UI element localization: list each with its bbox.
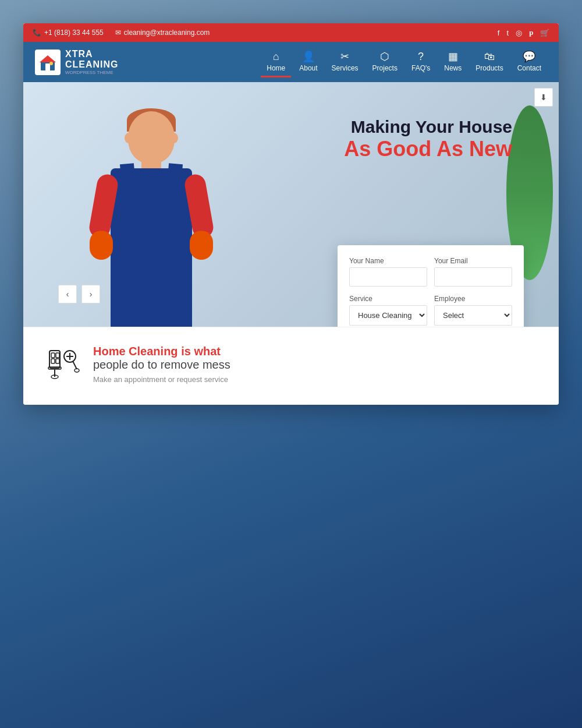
nav-news-label: News (444, 64, 462, 72)
nav-faqs-label: FAQ's (411, 64, 430, 72)
brand-name: XTRACLEANING (65, 49, 119, 70)
nav-contact[interactable]: 💬 Contact (512, 47, 547, 77)
about-icon: 👤 (302, 50, 315, 63)
info-heading-red: Home Cleaning is (93, 345, 191, 358)
email-label: Your Email (434, 257, 512, 265)
nav-services-label: Services (332, 64, 359, 72)
employee-group: Employee Select John (434, 295, 512, 326)
top-bar: 📞 +1 (818) 33 44 555 ✉ cleaning@xtraclea… (23, 23, 559, 42)
info-heading: Home Cleaning is what (93, 345, 230, 358)
navbar: XTRACLEANING WORDPRESS THEME ⌂ Home 👤 Ab… (23, 42, 559, 82)
hero-text: Making Your House As Good As New (344, 117, 512, 161)
worker-figure (81, 100, 221, 327)
nav-about-label: About (299, 64, 317, 72)
nav-items: ⌂ Home 👤 About ✂ Services ⬡ Projects ? F… (261, 47, 547, 77)
nav-faqs[interactable]: ? FAQ's (406, 47, 436, 77)
pinterest-icon[interactable]: 𝐩 (529, 28, 533, 37)
brand-tagline: WORDPRESS THEME (65, 70, 119, 75)
name-group: Your Name (349, 257, 427, 287)
svg-rect-7 (51, 359, 55, 363)
news-icon: ▦ (448, 50, 458, 63)
name-input[interactable] (349, 267, 427, 287)
worker-ear-right (170, 133, 178, 143)
nav-products[interactable]: 🛍 Products (470, 47, 509, 77)
logo-icon (35, 50, 61, 75)
worker-glove-left (90, 231, 113, 260)
employee-label: Employee (434, 295, 512, 303)
service-label: Service (349, 295, 427, 303)
phone-contact: 📞 +1 (818) 33 44 555 (33, 29, 104, 37)
products-icon: 🛍 (484, 51, 495, 63)
slider-next[interactable]: › (81, 285, 100, 303)
info-heading-black: what (194, 345, 221, 358)
worker-ear-left (125, 133, 133, 143)
nav-products-label: Products (475, 64, 503, 72)
info-subheading: people do to remove mess (93, 358, 230, 372)
cart-icon[interactable]: 🛒 (540, 29, 549, 37)
nav-news[interactable]: ▦ News (438, 47, 467, 77)
nav-projects[interactable]: ⬡ Projects (367, 47, 403, 77)
slider-navigation: ‹ › (58, 285, 100, 303)
hero-line1: Making Your House (344, 117, 512, 137)
faqs-icon: ? (418, 51, 424, 63)
nav-contact-label: Contact (517, 64, 541, 72)
social-links: f t ◎ 𝐩 🛒 (498, 28, 549, 37)
form-row-service-employee: Service House Cleaning Office Cleaning E… (349, 295, 512, 326)
nav-services[interactable]: ✂ Services (326, 47, 364, 77)
email-group: Your Email (434, 257, 512, 287)
email-icon: ✉ (115, 29, 121, 37)
svg-rect-5 (51, 353, 55, 358)
info-description: Make an appointment or request service (93, 375, 230, 384)
slider-prev[interactable]: ‹ (58, 285, 77, 303)
facebook-icon[interactable]: f (498, 29, 500, 37)
email-address: cleaning@xtracleaning.com (124, 29, 210, 37)
logo[interactable]: XTRACLEANING WORDPRESS THEME (35, 49, 119, 75)
hero-section: Making Your House As Good As New ‹ › ⬇ Y… (23, 82, 559, 327)
email-input[interactable] (434, 267, 512, 287)
service-group: Service House Cleaning Office Cleaning (349, 295, 427, 326)
download-icon: ⬇ (540, 93, 547, 102)
instagram-icon[interactable]: ◎ (516, 29, 522, 37)
worker-head (128, 111, 175, 164)
info-text: Home Cleaning is what people do to remov… (93, 345, 230, 387)
svg-rect-8 (56, 359, 59, 363)
employee-select[interactable]: Select John (434, 305, 512, 326)
phone-icon: 📞 (33, 29, 41, 37)
svg-rect-2 (45, 63, 50, 70)
top-bar-contacts: 📞 +1 (818) 33 44 555 ✉ cleaning@xtraclea… (33, 29, 210, 37)
nav-projects-label: Projects (372, 64, 398, 72)
phone-number: +1 (818) 33 44 555 (44, 29, 104, 37)
email-contact: ✉ cleaning@xtracleaning.com (115, 29, 210, 37)
nav-home-label: Home (267, 64, 285, 72)
hero-line2: As Good As New (344, 137, 512, 161)
worker-glove-right (190, 231, 213, 260)
booking-form: Your Name Your Email Service House Clean… (338, 245, 524, 327)
svg-rect-6 (56, 353, 59, 358)
browser-window: 📞 +1 (818) 33 44 555 ✉ cleaning@xtraclea… (23, 23, 559, 405)
home-icon: ⌂ (273, 51, 279, 63)
name-label: Your Name (349, 257, 427, 265)
download-button[interactable]: ⬇ (534, 88, 553, 107)
worker-legs (111, 257, 192, 327)
contact-icon: 💬 (523, 50, 535, 63)
twitter-icon[interactable]: t (506, 29, 509, 37)
cleaning-icon (47, 345, 81, 385)
nav-home[interactable]: ⌂ Home (261, 47, 291, 77)
projects-icon: ⬡ (380, 50, 389, 63)
svg-marker-1 (40, 55, 56, 62)
svg-point-3 (49, 62, 53, 65)
form-row-name-email: Your Name Your Email (349, 257, 512, 287)
service-select[interactable]: House Cleaning Office Cleaning (349, 305, 427, 326)
info-section: Home Cleaning is what people do to remov… (23, 327, 559, 405)
logo-text: XTRACLEANING WORDPRESS THEME (65, 49, 119, 75)
services-icon: ✂ (340, 50, 349, 63)
nav-about[interactable]: 👤 About (293, 47, 323, 77)
